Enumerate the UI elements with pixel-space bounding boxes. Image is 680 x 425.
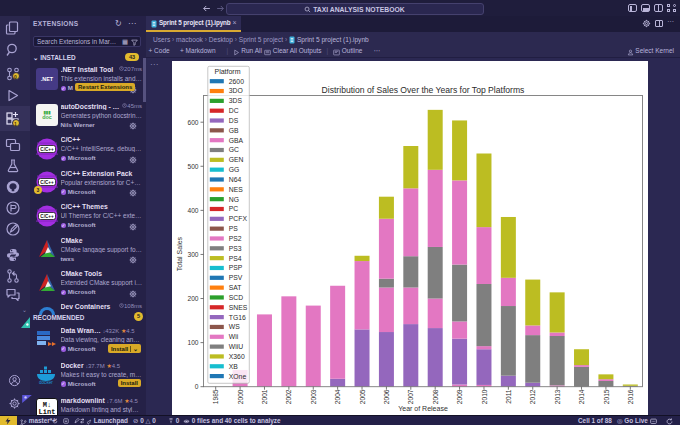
svg-text:C/C++: C/C++ [40, 180, 54, 185]
svg-text:PSP: PSP [228, 264, 242, 271]
svg-text:Year of Release: Year of Release [398, 405, 448, 412]
svg-text:Wii: Wii [228, 333, 238, 340]
svg-text:2014: 2014 [578, 389, 585, 404]
svg-text:Platform: Platform [214, 68, 240, 75]
svg-text:GB: GB [228, 127, 238, 134]
svg-text:DS: DS [228, 117, 238, 124]
svg-text:C/C++: C/C++ [40, 146, 54, 151]
svg-text:TG16: TG16 [228, 314, 245, 321]
svg-text:WiiU: WiiU [228, 343, 242, 350]
svg-text:C/C++: C/C++ [40, 213, 54, 218]
svg-text:2009: 2009 [456, 389, 463, 404]
svg-text:2010: 2010 [480, 389, 487, 404]
svg-text:2007: 2007 [407, 389, 414, 404]
svg-text:Total Sales: Total Sales [175, 236, 182, 271]
svg-text:500: 500 [187, 163, 198, 170]
svg-text:DC: DC [228, 107, 238, 114]
svg-text:PC: PC [228, 205, 238, 212]
svg-text:XOne: XOne [228, 373, 246, 380]
svg-text:GBA: GBA [228, 137, 243, 144]
svg-text:2004: 2004 [334, 389, 341, 404]
svg-text:SAT: SAT [228, 284, 241, 291]
svg-text:2013: 2013 [553, 389, 560, 404]
svg-text:SCD: SCD [228, 294, 242, 301]
svg-text:SNES: SNES [228, 304, 247, 311]
svg-text:PS2: PS2 [228, 235, 241, 242]
svg-text:2011: 2011 [504, 389, 511, 404]
svg-text:X360: X360 [228, 353, 244, 360]
svg-text:NES: NES [228, 186, 242, 193]
svg-text:200: 200 [187, 295, 198, 302]
svg-text:2002: 2002 [285, 389, 292, 404]
svg-text:2012: 2012 [529, 389, 536, 404]
svg-text:PSV: PSV [228, 274, 242, 281]
svg-text:2000: 2000 [236, 389, 243, 404]
svg-text:100: 100 [187, 339, 198, 346]
svg-text:GEN: GEN [228, 156, 243, 163]
svg-text:PS4: PS4 [228, 255, 241, 262]
svg-text:2003: 2003 [309, 389, 316, 404]
svg-text:300: 300 [187, 251, 198, 258]
svg-text:2016: 2016 [626, 389, 633, 404]
svg-text:3DO: 3DO [228, 87, 242, 94]
svg-text:400: 400 [187, 207, 198, 214]
svg-text:1985: 1985 [212, 389, 219, 404]
svg-text:PS: PS [228, 225, 238, 232]
svg-text:docker: docker [39, 380, 53, 385]
svg-text:NG: NG [228, 196, 238, 203]
svg-text:XB: XB [228, 363, 238, 370]
svg-text:GC: GC [228, 146, 238, 153]
svg-text:0: 0 [194, 383, 198, 390]
svg-text:GG: GG [228, 166, 239, 173]
svg-text:PS3: PS3 [228, 245, 241, 252]
svg-text:N64: N64 [228, 176, 241, 183]
svg-text:2600: 2600 [228, 78, 243, 85]
svg-text:600: 600 [187, 119, 198, 126]
svg-text:2015: 2015 [602, 389, 609, 404]
svg-text:3DS: 3DS [228, 97, 242, 104]
svg-text:2001: 2001 [261, 389, 268, 404]
svg-text:2006: 2006 [383, 389, 390, 404]
svg-text:WS: WS [228, 323, 239, 330]
svg-text:PCFX: PCFX [228, 215, 247, 222]
svg-text:2008: 2008 [431, 389, 438, 404]
svg-text:Distribution of Sales Over the: Distribution of Sales Over the Years for… [321, 85, 524, 95]
svg-text:2005: 2005 [358, 389, 365, 404]
